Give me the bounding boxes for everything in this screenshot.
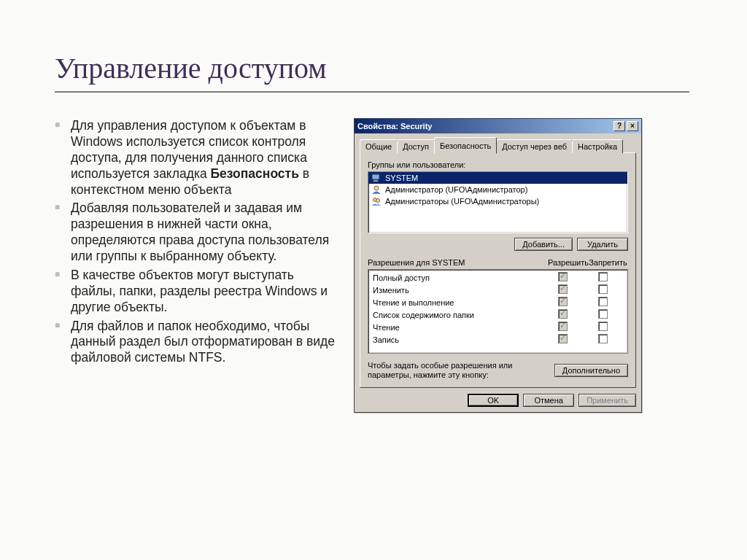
bullet-item: Для управления доступом к объектам в Win…	[55, 118, 339, 198]
remove-button[interactable]: Удалить	[577, 238, 628, 251]
computer-icon	[371, 173, 382, 183]
allow-checkbox[interactable]	[558, 309, 568, 319]
deny-checkbox[interactable]	[598, 284, 608, 294]
permission-row: Чтение и выполнение	[368, 296, 627, 308]
user-name: Администраторы (UFO\Администраторы)	[385, 197, 539, 206]
permission-name: Список содержимого папки	[373, 311, 543, 319]
help-button[interactable]: ?	[614, 121, 625, 131]
tab-Безопасность[interactable]: Безопасность	[434, 137, 497, 154]
slide-title: Управление доступом	[55, 51, 696, 85]
users-listbox[interactable]: SYSTEMАдминистратор (UFO\Администратор)А…	[368, 171, 628, 233]
title-underline	[55, 91, 689, 93]
apply-button[interactable]: Применить	[578, 394, 636, 407]
user-list-item[interactable]: SYSTEM	[368, 172, 627, 184]
permission-name: Чтение и выполнение	[373, 298, 543, 307]
permissions-label: Разрешения для SYSTEM	[368, 258, 548, 267]
allow-checkbox[interactable]	[558, 322, 568, 331]
permission-row: Полный доступ	[368, 271, 627, 284]
add-button[interactable]: Добавить...	[514, 238, 573, 251]
advanced-button[interactable]: Дополнительно	[554, 364, 628, 377]
close-button[interactable]: ×	[627, 121, 638, 131]
svg-rect-0	[372, 174, 379, 179]
dialog-titlebar[interactable]: Свойства: Security ? ×	[355, 119, 641, 133]
user-list-item[interactable]: Администратор (UFO\Администратор)	[368, 184, 627, 195]
allow-checkbox[interactable]	[558, 297, 568, 306]
bullet-item: Добавляя пользователей и задавая им разр…	[55, 201, 339, 265]
dialog-title-text: Свойства: Security	[357, 122, 612, 131]
tab-Настройка[interactable]: Настройка	[572, 139, 623, 153]
advanced-hint-text: Чтобы задать особые разрешения или парам…	[368, 361, 549, 380]
tab-panel-security: Группы или пользователи: SYSTEMАдминистр…	[360, 152, 636, 388]
permission-row: Запись	[368, 333, 627, 346]
allow-checkbox[interactable]	[558, 334, 568, 343]
tab-strip: ОбщиеДоступБезопасностьДоступ через вебН…	[360, 137, 636, 153]
allow-checkbox[interactable]	[558, 284, 568, 294]
svg-rect-1	[374, 180, 378, 182]
user-name: Администратор (UFO\Администратор)	[385, 185, 527, 194]
svg-point-4	[376, 199, 380, 203]
user-name: SYSTEM	[385, 174, 418, 182]
permissions-listbox[interactable]: Полный доступИзменитьЧтение и выполнение…	[368, 269, 628, 354]
tab-Доступ[interactable]: Доступ	[397, 139, 435, 153]
permission-row: Чтение	[368, 321, 627, 333]
deny-column-label: Запретить	[588, 258, 628, 267]
bullet-item: В качестве объектов могут выступать файл…	[55, 268, 339, 316]
groups-users-label: Группы или пользователи:	[368, 160, 628, 169]
bullet-item: Для файлов и папок необходимо, чтобы дан…	[55, 319, 339, 367]
permission-row: Список содержимого папки	[368, 308, 627, 321]
deny-checkbox[interactable]	[598, 322, 608, 331]
allow-checkbox[interactable]	[558, 272, 568, 281]
deny-checkbox[interactable]	[598, 309, 608, 319]
deny-checkbox[interactable]	[598, 334, 608, 343]
user-list-item[interactable]: Администраторы (UFO\Администраторы)	[368, 195, 627, 207]
deny-checkbox[interactable]	[598, 272, 608, 281]
ok-button[interactable]: OK	[468, 394, 519, 407]
bullet-list: Для управления доступом к объектам в Win…	[55, 118, 339, 366]
group-icon	[371, 196, 382, 206]
tab-Доступ через веб[interactable]: Доступ через веб	[496, 139, 573, 153]
permission-name: Запись	[373, 335, 543, 344]
properties-security-dialog: Свойства: Security ? × ОбщиеДоступБезопа…	[354, 118, 642, 413]
permission-row: Изменить	[368, 284, 627, 296]
svg-point-2	[374, 186, 379, 190]
permission-name: Изменить	[373, 286, 543, 295]
allow-column-label: Разрешить	[548, 258, 588, 267]
permission-name: Чтение	[373, 323, 543, 332]
cancel-button[interactable]: Отмена	[523, 394, 574, 407]
user-icon	[371, 184, 382, 195]
tab-Общие[interactable]: Общие	[360, 139, 398, 153]
permission-name: Полный доступ	[373, 273, 543, 282]
deny-checkbox[interactable]	[598, 297, 608, 306]
